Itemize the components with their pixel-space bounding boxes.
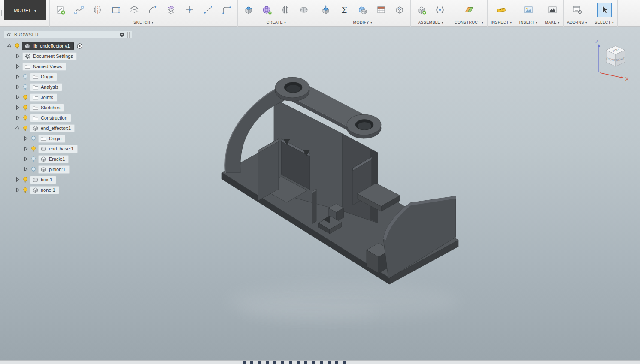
visibility-bulb-icon[interactable] (22, 187, 28, 193)
expand-arrow-icon[interactable] (15, 54, 20, 59)
tree-item-box-1[interactable]: box:1 (30, 176, 56, 184)
visibility-bulb-icon[interactable] (22, 74, 28, 80)
toolbar-group-dropdown[interactable]: CREATE (267, 19, 286, 25)
sketch-arc-button[interactable] (146, 3, 160, 17)
tree-item-origin[interactable]: Origin (38, 135, 65, 143)
viewport-canvas[interactable]: BROWSER lib_endeffector v1Document Setti… (0, 27, 640, 360)
visibility-bulb-icon[interactable] (30, 166, 36, 173)
timeline-feature-icon[interactable] (297, 361, 300, 364)
visibility-bulb-icon[interactable] (22, 84, 28, 90)
tree-item-joints[interactable]: Joints (30, 93, 57, 102)
new-component-button[interactable] (414, 3, 429, 17)
timeline-feature-icon[interactable] (328, 361, 331, 364)
create-extrude-button[interactable] (241, 3, 256, 17)
tree-item-pinion-1[interactable]: pinion:1 (38, 165, 70, 174)
timeline-feature-icon[interactable] (335, 361, 338, 364)
toolbar-group-dropdown[interactable]: MODIFY (353, 19, 373, 25)
timeline-feature-icon[interactable] (312, 361, 315, 364)
create-form-button[interactable] (260, 3, 274, 17)
tree-item-named-views[interactable]: Named Views (22, 63, 66, 71)
toolbar-grip-icon[interactable] (0, 0, 4, 27)
tree-item-document-settings[interactable]: Document Settings (22, 52, 77, 60)
visibility-bulb-icon[interactable] (22, 177, 28, 183)
timeline-feature-icon[interactable] (304, 361, 307, 364)
sketch-construction-line-button[interactable] (201, 3, 215, 17)
toolbar-group-dropdown[interactable]: INSPECT (491, 19, 512, 25)
timeline-feature-icon[interactable] (289, 361, 292, 364)
expand-arrow-icon[interactable] (23, 146, 28, 151)
expand-arrow-icon[interactable] (23, 167, 28, 172)
tree-item-end-base-1[interactable]: end_base:1 (38, 145, 78, 153)
visibility-bulb-icon[interactable] (30, 146, 36, 152)
expand-arrow-icon[interactable] (23, 156, 28, 162)
collapse-arrow-icon[interactable] (6, 42, 13, 50)
timeline-feature-icon[interactable] (273, 361, 276, 364)
make-3d-print-button[interactable] (545, 3, 560, 17)
tree-item-analysis[interactable]: Analysis (30, 83, 62, 91)
tree-item-end-effector-1[interactable]: end_effector:1 (30, 124, 75, 132)
press-pull-button[interactable] (318, 3, 333, 17)
tree-item-origin[interactable]: Origin (30, 73, 57, 81)
visibility-bulb-icon[interactable] (22, 125, 28, 132)
timeline-feature-icon[interactable] (258, 361, 261, 364)
visibility-bulb-icon[interactable] (30, 156, 36, 162)
joint-button[interactable] (433, 3, 447, 17)
timeline-feature-icon[interactable] (281, 361, 284, 364)
expand-arrow-icon[interactable] (15, 74, 20, 79)
expand-arrow-icon[interactable] (15, 84, 20, 90)
minimize-panel-icon[interactable] (119, 32, 124, 37)
timeline-feature-icon[interactable] (343, 361, 346, 364)
select-cursor-button[interactable] (597, 3, 612, 17)
sketch-fillet-button[interactable] (219, 3, 234, 17)
toolbar-group-dropdown[interactable]: INSERT (519, 19, 538, 25)
timeline-feature-icon[interactable] (243, 361, 246, 364)
combine-button[interactable] (355, 3, 370, 17)
toolbar-group-dropdown[interactable]: CONSTRUCT (455, 19, 484, 25)
shell-button[interactable] (392, 3, 407, 17)
visibility-bulb-icon[interactable] (30, 135, 36, 142)
scripts-addins-button[interactable] (570, 3, 585, 17)
sketch-offset-button[interactable] (127, 3, 142, 17)
expand-arrow-icon[interactable] (23, 136, 28, 141)
create-tspline-box-button[interactable] (297, 3, 311, 17)
expand-arrow-icon[interactable] (15, 64, 20, 69)
sketch-mirror-button[interactable] (90, 3, 105, 17)
change-parameters-button[interactable]: Σ (337, 3, 352, 17)
expand-arrow-icon[interactable] (15, 105, 20, 110)
tree-item-erack-1[interactable]: Erack:1 (38, 155, 69, 163)
activate-component-icon[interactable] (76, 43, 83, 49)
tree-item-construction[interactable]: Construction (30, 114, 71, 122)
viewcube[interactable]: Z X TOP FRONT RIGHT (593, 38, 634, 83)
visibility-bulb-icon[interactable] (22, 94, 28, 101)
sketch-project-button[interactable] (164, 3, 179, 17)
timeline-feature-icon[interactable] (266, 361, 269, 364)
timeline-feature-icon[interactable] (250, 361, 253, 364)
toolbar-group-dropdown[interactable]: ADD-INS (567, 19, 587, 25)
construction-plane-button[interactable] (462, 3, 476, 17)
sketch-spline-button[interactable] (72, 3, 86, 17)
expand-arrow-icon[interactable] (15, 177, 20, 182)
end-effector-model[interactable] (222, 77, 458, 284)
toolbar-group-dropdown[interactable]: ASSEMBLE (418, 19, 443, 25)
create-mirror-button[interactable] (278, 3, 293, 17)
physical-material-button[interactable] (374, 3, 388, 17)
collapse-panel-icon[interactable] (6, 33, 11, 37)
insert-image-button[interactable] (521, 3, 536, 17)
panel-grip-icon[interactable] (127, 32, 130, 38)
toolbar-group-dropdown[interactable]: MAKE (545, 19, 560, 25)
visibility-bulb-icon[interactable] (14, 43, 20, 49)
tree-item-sketches[interactable]: Sketches (30, 104, 64, 112)
toolbar-group-dropdown[interactable]: SKETCH (133, 19, 153, 25)
expand-arrow-icon[interactable] (15, 95, 20, 100)
visibility-bulb-icon[interactable] (22, 105, 28, 111)
timeline-feature-icon[interactable] (320, 361, 323, 364)
workspace-menu-button[interactable]: MODEL (4, 0, 46, 20)
expand-arrow-icon[interactable] (15, 115, 20, 120)
expand-arrow-icon[interactable] (15, 187, 20, 193)
sketch-point-button[interactable] (182, 3, 197, 17)
create-sketch-button[interactable] (53, 3, 68, 17)
sketch-rectangle-button[interactable] (109, 3, 123, 17)
visibility-bulb-icon[interactable] (22, 115, 28, 121)
collapse-arrow-icon[interactable] (14, 125, 21, 132)
tree-item-lib-endeffector-v1[interactable]: lib_endeffector v1 (22, 42, 74, 50)
